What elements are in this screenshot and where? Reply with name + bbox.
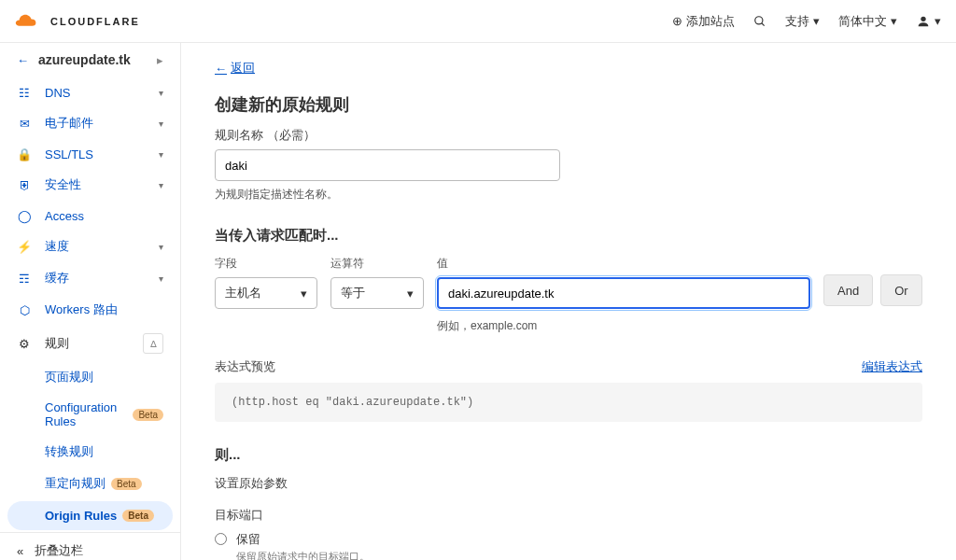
cache-icon: ☶ xyxy=(17,271,32,286)
sidebar-item-workers[interactable]: ⬡ Workers 路由 xyxy=(0,294,180,326)
page-title: 创建新的原始规则 xyxy=(215,93,922,116)
sidebar-item-speed[interactable]: ⚡ 速度 ▾ xyxy=(0,231,180,262)
shield-icon: ⛨ xyxy=(17,177,32,192)
caret-down-icon: ▾ xyxy=(159,119,163,129)
language-dropdown[interactable]: 简体中文 ▾ xyxy=(838,13,897,30)
edit-expression-link[interactable]: 编辑表达式 xyxy=(862,358,922,375)
logo[interactable]: CLOUDFLARE xyxy=(15,12,140,31)
operator-select[interactable]: 等于 ▾ xyxy=(330,277,424,309)
match-row: 字段 主机名 ▾ 运算符 等于 ▾ 值 例如，example.com And xyxy=(215,256,922,334)
top-header: CLOUDFLARE ⊕ 添加站点 支持 ▾ 简体中文 ▾ ▾ xyxy=(0,0,956,43)
caret-down-icon: ▾ xyxy=(159,88,163,98)
plus-icon: ⊕ xyxy=(672,14,682,28)
field-select[interactable]: 主机名 ▾ xyxy=(215,277,317,309)
svg-point-2 xyxy=(921,16,925,21)
caret-right-icon: ▸ xyxy=(157,53,163,67)
rules-icon: ⚙ xyxy=(17,336,32,351)
sidebar-item-ssl[interactable]: 🔒 SSL/TLS ▾ xyxy=(0,139,180,169)
value-label: 值 xyxy=(437,256,810,272)
match-title: 当传入请求匹配时... xyxy=(215,227,922,245)
rule-name-input[interactable] xyxy=(215,149,560,181)
dns-icon: ☷ xyxy=(17,85,32,100)
workers-icon: ⬡ xyxy=(17,302,32,317)
keep-label: 保留 xyxy=(236,531,370,548)
svg-line-1 xyxy=(762,22,765,25)
value-helper: 例如，example.com xyxy=(437,318,810,334)
field-label: 字段 xyxy=(215,256,317,272)
caret-down-icon: ▾ xyxy=(891,14,897,28)
user-menu[interactable]: ▾ xyxy=(916,14,941,29)
sub-transform-rules[interactable]: 转换规则 xyxy=(0,436,180,468)
and-button[interactable]: And xyxy=(823,274,873,306)
collapse-left-icon: « xyxy=(17,544,23,558)
sidebar-item-dns[interactable]: ☷ DNS ▾ xyxy=(0,77,180,107)
back-link[interactable]: ← 返回 xyxy=(215,43,255,88)
caret-down-icon: ▾ xyxy=(159,242,163,252)
bolt-icon: ⚡ xyxy=(17,239,32,254)
rule-name-label: 规则名称 （必需） xyxy=(215,127,922,144)
dest-port-label: 目标端口 xyxy=(215,507,922,524)
then-sub: 设置原始参数 xyxy=(215,475,922,492)
sidebar-item-cache[interactable]: ☶ 缓存 ▾ xyxy=(0,262,180,294)
or-button[interactable]: Or xyxy=(880,274,921,306)
cloudflare-icon xyxy=(15,12,45,31)
then-title: 则... xyxy=(215,446,922,464)
collapse-icon[interactable]: ᐃ xyxy=(143,333,163,354)
access-icon: ◯ xyxy=(17,208,32,223)
sub-redirect-rules[interactable]: 重定向规则Beta xyxy=(0,468,180,499)
back-arrow-icon: ← xyxy=(17,53,29,67)
sidebar-item-rules[interactable]: ⚙ 规则 ᐃ xyxy=(0,326,180,361)
sidebar-item-email[interactable]: ✉ 电子邮件 ▾ xyxy=(0,107,180,139)
sidebar: ← azureupdate.tk ▸ ☷ DNS ▾ ✉ 电子邮件 ▾ 🔒 SS… xyxy=(0,43,181,560)
svg-point-0 xyxy=(755,16,763,23)
caret-down-icon: ▾ xyxy=(159,180,163,190)
caret-down-icon: ▾ xyxy=(159,149,163,160)
search-icon[interactable] xyxy=(753,15,766,28)
user-icon xyxy=(916,14,931,29)
keep-radio[interactable] xyxy=(215,533,227,545)
caret-down-icon: ▾ xyxy=(935,14,941,28)
sub-origin-rules[interactable]: Origin RulesBeta xyxy=(7,501,173,530)
rule-name-helper: 为规则指定描述性名称。 xyxy=(215,187,922,203)
sub-config-rules[interactable]: Configuration RulesBeta xyxy=(0,393,180,436)
sidebar-item-access[interactable]: ◯ Access xyxy=(0,201,180,231)
keep-sub: 保留原始请求中的目标端口。 xyxy=(236,550,370,560)
operator-label: 运算符 xyxy=(330,256,424,272)
caret-down-icon: ▾ xyxy=(813,14,820,28)
caret-down-icon: ▾ xyxy=(159,273,163,284)
caret-down-icon: ▾ xyxy=(407,287,414,301)
support-dropdown[interactable]: 支持 ▾ xyxy=(785,13,820,30)
expression-preview: (http.host eq "daki.azureupdate.tk") xyxy=(215,383,922,422)
lock-icon: 🔒 xyxy=(17,147,32,161)
caret-down-icon: ▾ xyxy=(301,287,307,301)
site-selector[interactable]: ← azureupdate.tk ▸ xyxy=(0,43,180,77)
email-icon: ✉ xyxy=(17,116,32,131)
add-site-button[interactable]: ⊕ 添加站点 xyxy=(672,13,735,30)
main-content: ← 返回 创建新的原始规则 规则名称 （必需） 为规则指定描述性名称。 当传入请… xyxy=(181,43,956,560)
header-right: ⊕ 添加站点 支持 ▾ 简体中文 ▾ ▾ xyxy=(672,13,941,30)
arrow-left-icon: ← xyxy=(215,62,227,76)
value-input[interactable] xyxy=(437,277,810,309)
sidebar-item-security[interactable]: ⛨ 安全性 ▾ xyxy=(0,169,180,201)
sub-page-rules[interactable]: 页面规则 xyxy=(0,361,180,393)
brand-text: CLOUDFLARE xyxy=(50,16,140,27)
collapse-sidebar[interactable]: « 折叠边栏 xyxy=(0,532,180,560)
expression-preview-label: 表达式预览 xyxy=(215,358,275,375)
